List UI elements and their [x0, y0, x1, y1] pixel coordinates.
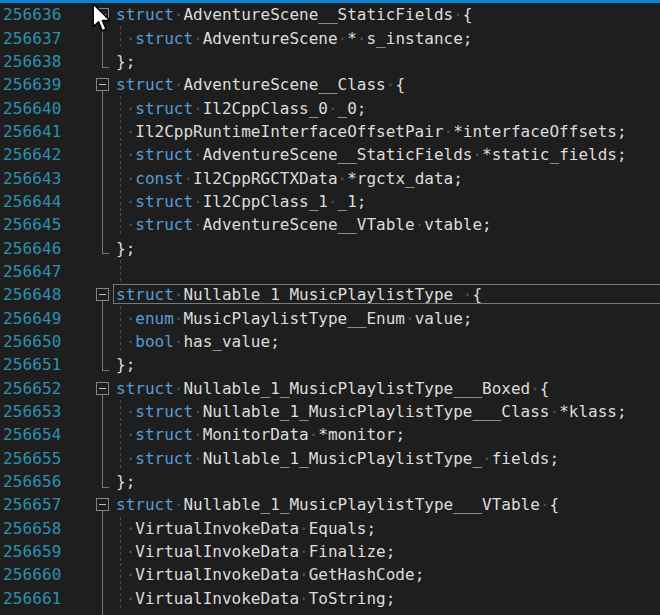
code-line[interactable]: 256652struct·Nullable_1_MusicPlaylistTyp…	[0, 377, 660, 400]
code-text[interactable]: ·VirtualInvokeData·Equals;	[111, 517, 660, 540]
code-line[interactable]: 256656};	[0, 470, 660, 493]
code-text[interactable]: };	[111, 353, 660, 376]
code-text[interactable]: ·struct·Il2CppClass_0·_0;	[111, 96, 660, 119]
fold-margin[interactable]	[94, 400, 111, 423]
fold-collapse-button[interactable]	[96, 288, 109, 301]
code-text[interactable]: ·struct·MonitorData·*monitor;	[111, 423, 660, 446]
code-text[interactable]: ·const·Il2CppRGCTXData·*rgctx_data;	[111, 166, 660, 189]
code-text[interactable]: ·bool·has_value;	[111, 330, 660, 353]
code-line[interactable]: 256645 ·struct·AdventureScene__VTable·vt…	[0, 213, 660, 236]
fold-margin[interactable]	[94, 73, 111, 96]
line-number[interactable]: 256643	[0, 169, 94, 188]
line-number[interactable]: 256653	[0, 402, 94, 421]
line-number[interactable]: 256638	[0, 52, 94, 71]
code-text[interactable]: struct·Nullable_1_MusicPlaylistType___Bo…	[111, 377, 660, 400]
line-number[interactable]: 256650	[0, 332, 94, 351]
code-text[interactable]: ·struct·Nullable_1_MusicPlaylistType___C…	[111, 400, 660, 423]
code-line[interactable]: 256647	[0, 260, 660, 283]
fold-margin[interactable]	[94, 517, 111, 540]
fold-margin[interactable]	[94, 236, 111, 259]
code-line[interactable]: 256649 ·enum·MusicPlaylistType__Enum·val…	[0, 306, 660, 329]
code-text[interactable]: ·VirtualInvokeData·GetHashCode;	[111, 563, 660, 586]
code-text[interactable]: ·VirtualInvokeData·ToString;	[111, 587, 660, 610]
code-line[interactable]: 256643 ·const·Il2CppRGCTXData·*rgctx_dat…	[0, 166, 660, 189]
fold-margin[interactable]	[94, 423, 111, 446]
code-text[interactable]: struct·Nullable_1_MusicPlaylistType_·{	[111, 283, 660, 306]
code-line[interactable]: 256654 ·struct·MonitorData·*monitor;	[0, 423, 660, 446]
code-line[interactable]: 256658 ·VirtualInvokeData·Equals;	[0, 517, 660, 540]
code-line[interactable]: 256640 ·struct·Il2CppClass_0·_0;	[0, 96, 660, 119]
line-number[interactable]: 256657	[0, 495, 94, 514]
fold-margin[interactable]	[94, 493, 111, 516]
code-text[interactable]: ·struct·Nullable_1_MusicPlaylistType_·fi…	[111, 447, 660, 470]
line-number[interactable]: 256646	[0, 239, 94, 258]
code-line[interactable]: 256638};	[0, 50, 660, 73]
fold-margin[interactable]	[94, 213, 111, 236]
code-text[interactable]: ·Il2CppRuntimeInterfaceOffsetPair·*inter…	[111, 120, 660, 143]
code-text[interactable]: ·struct·Il2CppClass_1·_1;	[111, 190, 660, 213]
code-line[interactable]: 256655 ·struct·Nullable_1_MusicPlaylistT…	[0, 447, 660, 470]
line-number[interactable]: 256641	[0, 122, 94, 141]
line-number[interactable]: 256656	[0, 472, 94, 491]
line-number[interactable]: 256636	[0, 5, 94, 24]
fold-margin[interactable]	[94, 306, 111, 329]
line-number[interactable]: 256639	[0, 75, 94, 94]
line-number[interactable]: 256655	[0, 449, 94, 468]
line-number[interactable]: 256637	[0, 29, 94, 48]
code-text[interactable]: struct·AdventureScene__Class·{	[111, 73, 660, 96]
code-line[interactable]: 256659 ·VirtualInvokeData·Finalize;	[0, 540, 660, 563]
fold-margin[interactable]	[94, 330, 111, 353]
code-text[interactable]: struct·Nullable_1_MusicPlaylistType___VT…	[111, 493, 660, 516]
fold-margin[interactable]	[94, 540, 111, 563]
line-number[interactable]: 256654	[0, 425, 94, 444]
code-line[interactable]: 256651};	[0, 353, 660, 376]
fold-collapse-button[interactable]	[96, 382, 109, 395]
code-line[interactable]: 256653 ·struct·Nullable_1_MusicPlaylistT…	[0, 400, 660, 423]
code-text[interactable]: };	[111, 610, 660, 615]
fold-margin[interactable]	[94, 120, 111, 143]
code-line[interactable]: 256660 ·VirtualInvokeData·GetHashCode;	[0, 563, 660, 586]
code-text[interactable]: };	[111, 236, 660, 259]
code-line[interactable]: 256657struct·Nullable_1_MusicPlaylistTyp…	[0, 493, 660, 516]
code-line[interactable]: 256648struct·Nullable_1_MusicPlaylistTyp…	[0, 283, 660, 306]
code-line[interactable]: 256646};	[0, 236, 660, 259]
fold-margin[interactable]	[94, 587, 111, 610]
fold-margin[interactable]	[94, 96, 111, 119]
fold-margin[interactable]	[94, 50, 111, 73]
line-number[interactable]: 256652	[0, 379, 94, 398]
fold-margin[interactable]	[94, 447, 111, 470]
fold-margin[interactable]	[94, 166, 111, 189]
code-line[interactable]: 256644 ·struct·Il2CppClass_1·_1;	[0, 190, 660, 213]
code-text[interactable]: };	[111, 470, 660, 493]
fold-margin[interactable]	[94, 563, 111, 586]
line-number[interactable]: 256644	[0, 192, 94, 211]
code-text[interactable]	[111, 260, 660, 283]
code-line[interactable]: 256639struct·AdventureScene__Class·{	[0, 73, 660, 96]
line-number[interactable]: 256648	[0, 285, 94, 304]
line-number[interactable]: 256649	[0, 309, 94, 328]
fold-margin[interactable]	[94, 377, 111, 400]
code-line[interactable]: 256662};	[0, 610, 660, 615]
code-text[interactable]: ·enum·MusicPlaylistType__Enum·value;	[111, 306, 660, 329]
fold-collapse-button[interactable]	[96, 498, 109, 511]
fold-margin[interactable]	[94, 470, 111, 493]
line-number[interactable]: 256651	[0, 355, 94, 374]
line-number[interactable]: 256658	[0, 519, 94, 538]
code-line[interactable]: 256641 ·Il2CppRuntimeInterfaceOffsetPair…	[0, 120, 660, 143]
code-line[interactable]: 256642 ·struct·AdventureScene__StaticFie…	[0, 143, 660, 166]
code-text[interactable]: struct·AdventureScene__StaticFields·{	[111, 3, 660, 26]
code-text[interactable]: ·VirtualInvokeData·Finalize;	[111, 540, 660, 563]
fold-margin[interactable]	[94, 260, 111, 283]
code-editor[interactable]: 256636struct·AdventureScene__StaticField…	[0, 3, 660, 615]
code-text[interactable]: ·struct·AdventureScene·*·s_instance;	[111, 26, 660, 49]
fold-collapse-button[interactable]	[96, 78, 109, 91]
code-text[interactable]: ·struct·AdventureScene__VTable·vtable;	[111, 213, 660, 236]
code-text[interactable]: ·struct·AdventureScene__StaticFields·*st…	[111, 143, 660, 166]
line-number[interactable]: 256645	[0, 215, 94, 234]
fold-margin[interactable]	[94, 283, 111, 306]
fold-margin[interactable]	[94, 143, 111, 166]
line-number[interactable]: 256642	[0, 145, 94, 164]
fold-margin[interactable]	[94, 353, 111, 376]
line-number[interactable]: 256647	[0, 262, 94, 281]
line-number[interactable]: 256660	[0, 565, 94, 584]
